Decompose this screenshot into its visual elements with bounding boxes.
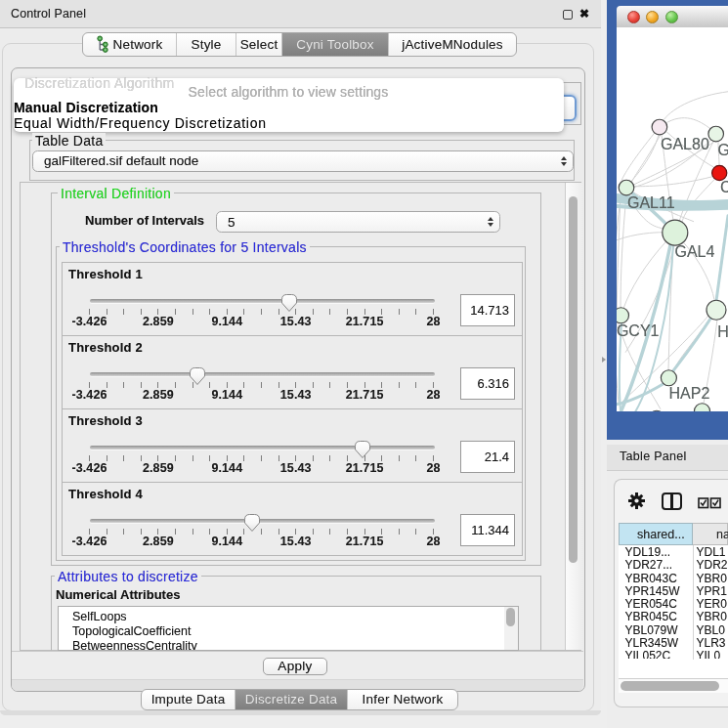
svg-text:HAP2: HAP2 [669, 384, 710, 401]
svg-text:GA: GA [718, 141, 728, 157]
svg-text:GCY1: GCY1 [617, 321, 660, 338]
svg-text:H: H [717, 322, 728, 339]
svg-text:GAL4: GAL4 [675, 242, 715, 259]
svg-text:C: C [720, 178, 728, 194]
svg-text:GAL11: GAL11 [627, 194, 675, 211]
svg-text:GAL80: GAL80 [661, 135, 709, 151]
